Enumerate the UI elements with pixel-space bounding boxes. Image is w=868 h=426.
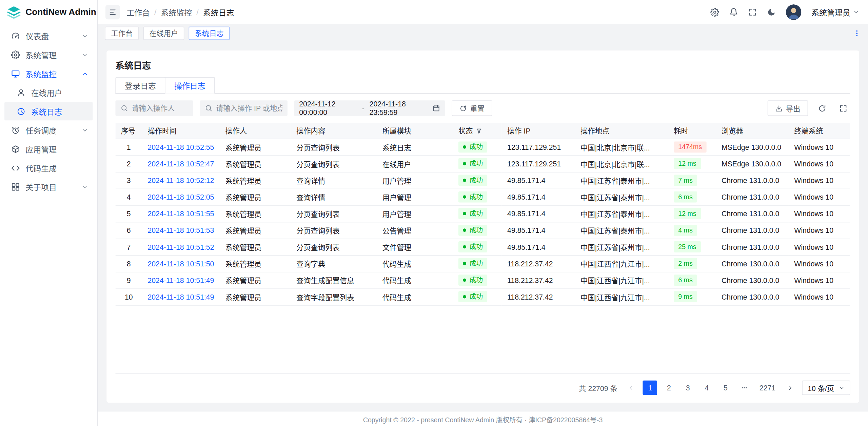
moon-icon[interactable] (767, 7, 776, 16)
ip-search-field[interactable] (200, 100, 288, 116)
table-fullscreen-button[interactable] (836, 101, 850, 116)
status-badge: 成功 (458, 191, 487, 203)
log-tab-login-log[interactable]: 登录日志 (115, 77, 165, 94)
nav-tab-workbench[interactable]: 工作台 (105, 26, 139, 40)
operator-search-input[interactable] (132, 104, 188, 113)
column-header-time: 操作时间 (142, 123, 220, 139)
refresh-table-button[interactable] (815, 101, 829, 116)
log-tab-operation-log[interactable]: 操作日志 (165, 77, 215, 94)
cell-time: 2024-11-18 10:52:12 (142, 172, 220, 188)
table-header-row: 序号操作时间操作人操作内容所属模块状态操作 IP操作地点耗时浏览器终端系统 (115, 123, 850, 139)
pagination-page-4[interactable]: 4 (699, 381, 714, 395)
operation-log-table: 序号操作时间操作人操作内容所属模块状态操作 IP操作地点耗时浏览器终端系统 12… (115, 123, 850, 305)
sidebar-item-dashboard[interactable]: 仪表盘 (4, 27, 93, 45)
cell-status: 成功 (453, 288, 502, 305)
pagination-page-3[interactable]: 3 (680, 381, 695, 395)
cell-operator: 系统管理员 (220, 288, 291, 305)
cell-content: 查询字段配置列表 (291, 288, 377, 305)
sidebar-collapse-button[interactable] (105, 5, 120, 19)
pagination-ellipsis[interactable] (737, 381, 752, 395)
cell-location: 中国|江西省|九江市|... (575, 288, 668, 305)
operation-time-link[interactable]: 2024-11-18 10:52:47 (147, 160, 214, 168)
sidebar-item-system-management[interactable]: 系统管理 (4, 45, 93, 64)
sidebar-item-system-monitor[interactable]: 系统监控 (4, 64, 93, 83)
cell-ip: 49.85.171.4 (502, 222, 575, 239)
table-row: 52024-11-18 10:51:55系统管理员分页查询列表用户管理成功49.… (115, 205, 850, 222)
operation-time-link[interactable]: 2024-11-18 10:51:49 (147, 276, 214, 284)
app-title: ContiNew Admin (25, 7, 96, 17)
status-dot-icon (463, 228, 466, 232)
duration-badge: 6 ms (674, 275, 697, 286)
bell-icon[interactable] (729, 7, 738, 16)
sidebar-item-app-management[interactable]: 应用管理 (4, 140, 93, 158)
duration-badge: 25 ms (674, 241, 701, 252)
pagination-next-button[interactable] (783, 381, 798, 395)
chevron-down-icon (839, 385, 845, 391)
filter-icon[interactable] (476, 127, 482, 134)
status-label: 成功 (470, 177, 483, 184)
operation-time-link[interactable]: 2024-11-18 10:51:50 (147, 259, 214, 268)
chevron-left-icon (628, 384, 635, 391)
pagination-page-2[interactable]: 2 (662, 381, 676, 395)
cell-module: 在线用户 (377, 155, 453, 172)
tabs-more-button[interactable] (850, 26, 864, 40)
status-dot-icon (463, 179, 466, 182)
cell-ip: 123.117.129.251 (502, 155, 575, 172)
cell-operator: 系统管理员 (220, 155, 291, 172)
reset-button[interactable]: 重置 (452, 100, 492, 116)
cell-status: 成功 (453, 222, 502, 239)
status-dot-icon (463, 295, 466, 299)
sidebar-item-label: 系统管理 (25, 49, 76, 60)
operator-search-field[interactable] (115, 100, 193, 116)
breadcrumb-item: 系统日志 (203, 6, 234, 18)
operation-time-link[interactable]: 2024-11-18 10:52:12 (147, 176, 214, 185)
column-header-browser: 浏览器 (716, 123, 789, 139)
user-menu[interactable]: 系统管理员 (811, 6, 859, 18)
cell-browser: Chrome 131.0.0.0 (716, 239, 789, 255)
cell-index: 8 (115, 255, 142, 272)
settings-icon[interactable] (710, 7, 719, 16)
table-body: 12024-11-18 10:52:55系统管理员分页查询列表系统日志成功123… (115, 139, 850, 305)
logo[interactable]: ContiNew Admin (0, 0, 97, 24)
date-range-picker[interactable]: 2024-11-12 00:00:00 - 2024-11-18 23:59:5… (294, 100, 445, 116)
sidebar-item-code-generation[interactable]: 代码生成 (4, 159, 93, 177)
sidebar-item-task-schedule[interactable]: 任务调度 (4, 121, 93, 139)
status-label: 成功 (470, 144, 483, 150)
avatar[interactable] (786, 4, 802, 20)
operation-time-link[interactable]: 2024-11-18 10:52:05 (147, 193, 214, 201)
sidebar-item-online-users[interactable]: 在线用户 (4, 83, 93, 102)
cell-time: 2024-11-18 10:51:49 (142, 272, 220, 288)
cell-time: 2024-11-18 10:51:53 (142, 222, 220, 239)
cell-os: Windows 10 (789, 139, 850, 155)
pagination-page-1[interactable]: 1 (643, 381, 657, 395)
column-header-label: 操作地点 (580, 127, 609, 135)
nav-tab-online-users[interactable]: 在线用户 (143, 26, 184, 40)
sidebar-item-about-project[interactable]: 关于项目 (4, 178, 93, 196)
pagination-prev-button[interactable] (624, 381, 638, 395)
cell-browser: Chrome 130.0.0.0 (716, 272, 789, 288)
cell-operator: 系统管理员 (220, 172, 291, 188)
breadcrumb-item[interactable]: 系统监控 (161, 6, 192, 18)
operation-time-link[interactable]: 2024-11-18 10:51:52 (147, 243, 214, 251)
duration-badge: 7 ms (674, 175, 697, 186)
fullscreen-icon[interactable] (748, 7, 757, 16)
operation-time-link[interactable]: 2024-11-18 10:52:55 (147, 143, 214, 151)
operation-time-link[interactable]: 2024-11-18 10:51:55 (147, 209, 214, 218)
cell-index: 7 (115, 239, 142, 255)
ip-search-input[interactable] (216, 104, 282, 113)
cell-duration: 9 ms (668, 288, 716, 305)
operation-time-link[interactable]: 2024-11-18 10:51:49 (147, 292, 214, 301)
sidebar-item-system-logs[interactable]: 系统日志 (4, 102, 93, 120)
breadcrumb-item[interactable]: 工作台 (126, 6, 150, 18)
page-size-select[interactable]: 10 条/页 (802, 381, 850, 395)
operation-time-link[interactable]: 2024-11-18 10:51:53 (147, 226, 214, 235)
nav-tab-system-logs[interactable]: 系统日志 (189, 26, 230, 40)
cell-ip: 49.85.171.4 (502, 172, 575, 188)
export-button[interactable]: 导出 (768, 100, 808, 116)
cell-browser: Chrome 131.0.0.0 (716, 172, 789, 188)
status-label: 成功 (470, 244, 483, 250)
pagination-page-5[interactable]: 5 (718, 381, 733, 395)
nav-tabs: 工作台在线用户系统日志 (105, 26, 230, 40)
pagination-page-2271[interactable]: 2271 (756, 381, 779, 395)
filter-bar: 2024-11-12 00:00:00 - 2024-11-18 23:59:5… (115, 100, 850, 116)
